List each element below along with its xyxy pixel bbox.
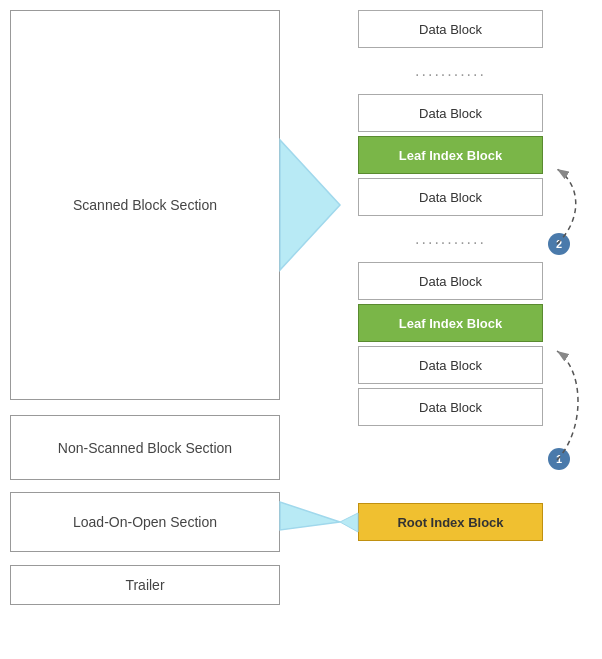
scanned-label: Scanned Block Section (73, 197, 217, 213)
dashed-arrow-1-to-leaf2 (557, 351, 578, 460)
leaf-index-block-1: Leaf Index Block (358, 136, 543, 174)
root-index-block-container: Root Index Block (358, 503, 543, 543)
data-block-2: Data Block (358, 94, 543, 132)
dots-2: ........... (358, 220, 543, 258)
data-block-5: Data Block (358, 346, 543, 384)
dots-1: ........... (358, 52, 543, 90)
badge-2: 2 (548, 233, 570, 255)
leaf-index-block-2: Leaf Index Block (358, 304, 543, 342)
right-blocks: Data Block ........... Data Block Leaf I… (358, 10, 543, 428)
diagram: Scanned Block Section Non-Scanned Block … (0, 0, 602, 659)
badge-1: 1 (548, 448, 570, 470)
trailer-label: Trailer (125, 577, 164, 593)
cyan-arrowhead-load (340, 513, 358, 532)
load-on-open-section: Load-On-Open Section (10, 492, 280, 552)
cyan-arrow-right (280, 140, 340, 270)
root-index-block: Root Index Block (358, 503, 543, 541)
data-block-4: Data Block (358, 262, 543, 300)
load-on-open-label: Load-On-Open Section (73, 514, 217, 530)
cyan-arrow-load-on-open (280, 502, 340, 530)
trailer-section: Trailer (10, 565, 280, 605)
data-block-6: Data Block (358, 388, 543, 426)
data-block-3: Data Block (358, 178, 543, 216)
non-scanned-label: Non-Scanned Block Section (58, 440, 232, 456)
non-scanned-block-section: Non-Scanned Block Section (10, 415, 280, 480)
scanned-block-section: Scanned Block Section (10, 10, 280, 400)
data-block-1: Data Block (358, 10, 543, 48)
